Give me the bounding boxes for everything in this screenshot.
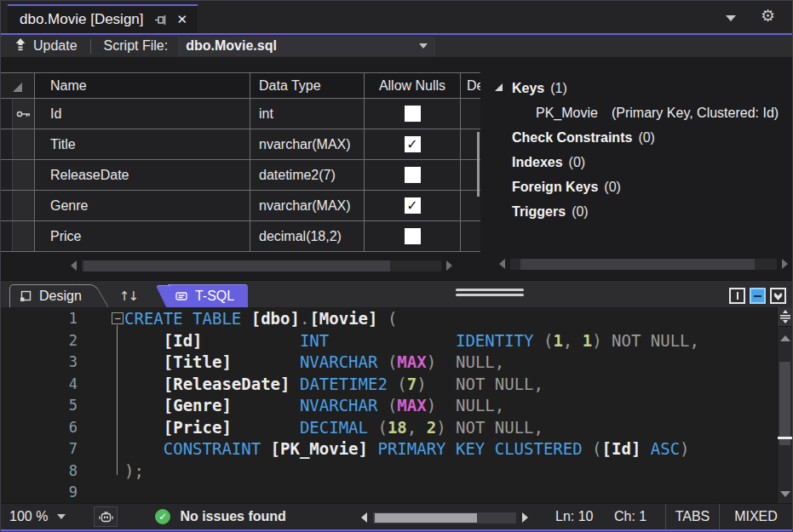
row-header[interactable] — [13, 191, 35, 220]
keys-panel-section[interactable]: Indexes (0) — [493, 150, 792, 174]
row-header[interactable] — [13, 99, 35, 129]
allow-nulls-cell[interactable]: ✓ — [365, 191, 461, 220]
allow-nulls-cell[interactable] — [365, 221, 461, 251]
bot-indicator[interactable] — [94, 506, 118, 527]
code-line[interactable]: [Id] INT IDENTITY (1, 1) NOT NULL, — [124, 330, 777, 352]
scroll-up-icon[interactable] — [780, 335, 790, 341]
scrollbar-thumb[interactable] — [375, 513, 477, 523]
scroll-right-icon[interactable] — [446, 260, 452, 271]
row-header[interactable] — [13, 221, 35, 251]
column-name-cell[interactable]: ReleaseDate — [35, 160, 250, 190]
default-cell[interactable] — [461, 99, 480, 129]
zoom-dropdown-chevron-icon[interactable] — [57, 514, 66, 519]
update-button[interactable]: Update — [33, 38, 78, 54]
swap-panes-icon[interactable]: ↑↓ — [119, 289, 137, 304]
data-type-cell[interactable]: nvarchar(MAX) — [250, 129, 365, 159]
code-line[interactable]: [Title] NVARCHAR (MAX) NULL, — [124, 352, 777, 374]
horizontal-split-button[interactable] — [750, 288, 766, 304]
allow-nulls-cell[interactable] — [365, 160, 461, 190]
data-type-cell[interactable]: datetime2(7) — [250, 160, 365, 190]
column-name-cell[interactable]: Title — [35, 129, 250, 159]
row-margin[interactable] — [1, 160, 13, 190]
data-type-cell[interactable]: int — [250, 99, 365, 129]
vertical-split-button[interactable] — [729, 288, 745, 304]
scrollbar-track[interactable] — [82, 260, 441, 272]
scrollbar-thumb[interactable] — [520, 259, 755, 270]
row-margin[interactable] — [1, 191, 13, 220]
row-margin[interactable] — [1, 99, 13, 129]
code-line[interactable] — [124, 482, 777, 503]
tab-design[interactable]: Design — [9, 284, 90, 307]
script-file-dropdown[interactable]: dbo.Movie.sql — [178, 37, 435, 56]
keys-panel-item[interactable]: PK_Movie (Primary Key, Clustered: Id) — [493, 100, 792, 125]
grid-vertical-scroll-thumb[interactable] — [477, 132, 480, 197]
scroll-right-icon[interactable] — [782, 259, 788, 269]
row-header[interactable] — [13, 129, 35, 159]
gear-icon[interactable]: ⚙ — [761, 6, 775, 25]
header-default[interactable]: Default — [461, 73, 480, 98]
header-name[interactable]: Name — [35, 73, 250, 98]
code-line[interactable]: [Genre] NVARCHAR (MAX) NULL, — [124, 395, 777, 417]
close-icon[interactable]: ✕ — [177, 12, 188, 27]
tab-list-chevron-icon[interactable] — [726, 15, 736, 21]
tab-tsql[interactable]: T-SQL — [168, 284, 248, 307]
allow-nulls-cell[interactable] — [365, 99, 461, 129]
allow-nulls-checkbox[interactable] — [405, 228, 421, 244]
allow-nulls-checkbox[interactable] — [405, 167, 421, 183]
default-cell[interactable] — [461, 221, 480, 251]
code-line[interactable]: ); — [124, 460, 777, 483]
document-tab[interactable]: dbo.Movie [Design] ✕ — [8, 4, 198, 33]
keys-panel-section[interactable]: Check Constraints (0) — [493, 125, 792, 150]
code-line[interactable]: [ReleaseDate] DATETIME2 (7) NOT NULL, — [124, 374, 777, 396]
row-header[interactable] — [13, 160, 35, 190]
keys-panel-section[interactable]: Triggers (0) — [493, 199, 792, 224]
scroll-right-icon[interactable] — [522, 512, 528, 523]
collapse-pane-button[interactable] — [770, 288, 786, 304]
table-row[interactable]: Price decimal(18,2) — [1, 221, 480, 252]
code-lines[interactable]: CREATE TABLE [dbo].[Movie] ( [Id] INT ID… — [124, 307, 777, 503]
expander-icon[interactable] — [495, 83, 503, 91]
allow-nulls-checkbox[interactable]: ✓ — [405, 197, 421, 214]
indent-mode-indicator[interactable]: TABS — [666, 509, 719, 524]
scroll-left-icon[interactable] — [71, 260, 77, 271]
row-margin[interactable] — [1, 129, 13, 159]
keys-panel-section[interactable]: Keys (1) — [493, 76, 792, 100]
data-type-cell[interactable]: nvarchar(MAX) — [250, 191, 365, 220]
grid-horizontal-scrollbar[interactable] — [71, 260, 452, 272]
code-line[interactable]: CREATE TABLE [dbo].[Movie] ( — [124, 308, 777, 330]
zoom-level[interactable]: 100 % — [9, 509, 48, 524]
table-row[interactable]: ReleaseDate datetime2(7) — [1, 160, 480, 191]
data-type-cell[interactable]: decimal(18,2) — [250, 221, 365, 251]
splitter-grip[interactable] — [456, 289, 524, 299]
header-allow-nulls[interactable]: Allow Nulls — [365, 73, 461, 98]
scroll-left-icon[interactable] — [361, 512, 367, 523]
split-editor-handle[interactable] — [778, 307, 792, 327]
scroll-down-icon[interactable] — [780, 491, 790, 497]
collapse-region-icon[interactable]: − — [112, 312, 124, 324]
code-line[interactable]: [Price] DECIMAL (18, 2) NOT NULL, — [124, 417, 777, 439]
scrollbar-track[interactable] — [373, 512, 516, 523]
scrollbar-track[interactable] — [510, 259, 777, 270]
allow-nulls-checkbox[interactable] — [405, 106, 421, 122]
table-row[interactable]: Id int — [1, 99, 480, 129]
line-ending-indicator[interactable]: MIXED — [720, 509, 792, 524]
column-name-cell[interactable]: Price — [35, 221, 250, 251]
select-all-corner[interactable] — [1, 73, 35, 98]
scroll-left-icon[interactable] — [499, 259, 505, 269]
row-margin[interactable] — [1, 221, 13, 251]
code-line[interactable]: CONSTRAINT [PK_Movie] PRIMARY KEY CLUSTE… — [124, 438, 777, 460]
keys-panel-section[interactable]: Foreign Keys (0) — [493, 174, 792, 199]
panel-horizontal-scrollbar[interactable] — [499, 258, 788, 270]
editor-horizontal-scrollbar[interactable] — [361, 511, 528, 524]
allow-nulls-checkbox[interactable]: ✓ — [405, 136, 421, 152]
header-data-type[interactable]: Data Type — [250, 73, 365, 98]
table-row[interactable]: Genre nvarchar(MAX) ✓ — [1, 191, 480, 221]
pin-icon[interactable] — [154, 14, 167, 26]
column-name-cell[interactable]: Id — [35, 99, 250, 129]
table-row[interactable]: Title nvarchar(MAX) ✓ — [1, 129, 480, 160]
scrollbar-thumb[interactable] — [83, 260, 390, 272]
editor-vertical-scrollbar[interactable] — [777, 307, 792, 503]
column-name-cell[interactable]: Genre — [35, 191, 250, 220]
scrollbar-thumb[interactable] — [779, 362, 790, 445]
allow-nulls-cell[interactable]: ✓ — [365, 129, 461, 159]
